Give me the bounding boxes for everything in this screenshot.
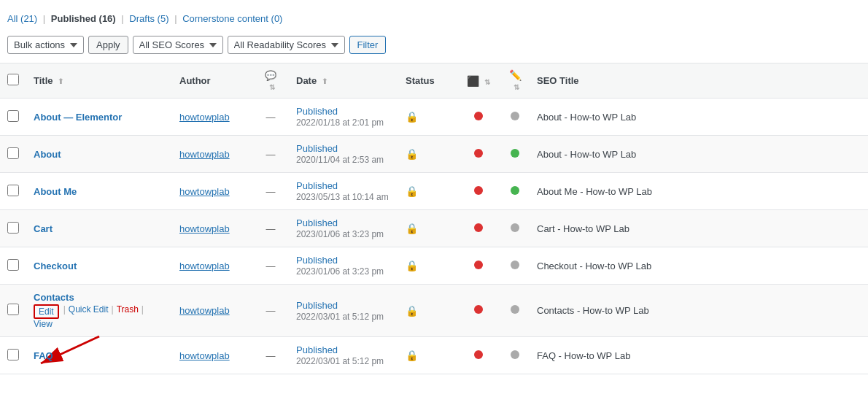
date-sort-icon: ⬆ <box>322 77 328 85</box>
cornerstone-filter-link[interactable]: Cornerstone content (0) <box>182 13 282 24</box>
status-cell: 🔒 <box>398 285 457 337</box>
comment-cell: — <box>252 173 289 210</box>
apply-button[interactable]: Apply <box>88 36 128 54</box>
date-cell: Published 2022/01/18 at 2:01 pm <box>289 99 398 136</box>
author-link[interactable]: howtowplab <box>179 261 230 271</box>
table-row: About howtowplab — Published 2020/11/04 … <box>0 136 868 173</box>
seo-title-cell: About - How-to WP Lab <box>530 136 868 173</box>
date-time: 2023/01/06 at 3:23 pm <box>296 266 384 277</box>
lock-icon: 🔒 <box>406 111 418 123</box>
readability-sort-icon: ⇅ <box>514 83 519 91</box>
seo-score-icon: ⬛ <box>467 75 479 87</box>
date-time: 2023/05/13 at 10:14 am <box>296 192 389 202</box>
date-header[interactable]: Date ⬆ <box>289 63 398 99</box>
title-cell: About <box>26 136 172 173</box>
row-checkbox[interactable] <box>7 259 19 271</box>
filter-button[interactable]: Filter <box>349 36 387 54</box>
seo-score-cell <box>457 285 500 337</box>
row-checkbox[interactable] <box>7 110 19 122</box>
date-time: 2023/01/06 at 3:23 pm <box>296 229 384 239</box>
date-label: Published <box>296 180 338 191</box>
sep1: | <box>43 13 45 24</box>
seo-score-cell <box>457 337 500 374</box>
page-title-link[interactable]: FAQ <box>34 350 53 361</box>
date-label: Published <box>296 344 338 355</box>
comment-value: — <box>260 186 282 197</box>
author-cell: howtowplab <box>172 285 252 337</box>
title-cell: Checkout <box>26 247 172 285</box>
drafts-filter-link[interactable]: Drafts (5) <box>129 13 168 24</box>
row-checkbox[interactable] <box>7 185 19 196</box>
comments-header[interactable]: 💬 ⇅ <box>252 63 289 99</box>
seo-title-cell: About - How-to WP Lab <box>530 99 868 136</box>
comment-cell: — <box>252 337 289 374</box>
row-checkbox[interactable] <box>7 222 19 234</box>
author-cell: howtowplab <box>172 99 252 136</box>
comment-cell: — <box>252 136 289 173</box>
readability-dot <box>511 305 519 314</box>
lock-icon: 🔒 <box>406 223 418 234</box>
seo-scores-select[interactable]: All SEO Scores <box>133 36 223 54</box>
comment-sort-icon: ⇅ <box>269 83 275 91</box>
view-link[interactable]: View <box>34 319 53 329</box>
page-title-link[interactable]: Cart <box>34 223 53 234</box>
page-title-link[interactable]: Contacts <box>34 292 74 303</box>
author-link[interactable]: howtowplab <box>179 223 230 234</box>
seo-score-dot <box>474 350 483 359</box>
readability-cell <box>500 210 530 247</box>
page-title-link[interactable]: About — Elementor <box>34 112 122 123</box>
readability-scores-select[interactable]: All Readability Scores <box>228 36 345 54</box>
date-cell: Published 2022/03/01 at 5:12 pm <box>289 285 398 337</box>
readability-header[interactable]: ✏️ ⇅ <box>500 63 530 99</box>
quick-edit-link[interactable]: Quick Edit <box>69 304 109 319</box>
date-cell: Published 2022/03/01 at 5:12 pm <box>289 337 398 374</box>
readability-dot <box>511 112 519 120</box>
edit-link[interactable]: Edit <box>34 304 59 319</box>
seo-title-cell: FAQ - How-to WP Lab <box>530 337 868 374</box>
bulk-actions-select[interactable]: Bulk actions <box>7 36 84 54</box>
seo-score-header[interactable]: ⬛ ⇅ <box>457 63 500 99</box>
status-bar: All (21) | Published (16) | Drafts (5) |… <box>0 7 868 30</box>
seo-score-dot <box>474 149 483 158</box>
title-cell: FAQ <box>26 337 172 374</box>
status-cell: 🔒 <box>398 99 457 136</box>
title-sort-icon: ⬆ <box>58 77 63 85</box>
row-checkbox-cell <box>0 136 26 173</box>
status-cell: 🔒 <box>398 136 457 173</box>
readability-cell <box>500 247 530 285</box>
page-title-link[interactable]: About <box>34 149 61 160</box>
row-checkbox[interactable] <box>7 349 19 360</box>
date-cell: Published 2023/01/06 at 3:23 pm <box>289 210 398 247</box>
author-link[interactable]: howtowplab <box>179 350 230 361</box>
status-cell: 🔒 <box>398 210 457 247</box>
comment-bubble-icon: 💬 <box>265 70 276 81</box>
author-link[interactable]: howtowplab <box>179 186 230 197</box>
trash-link[interactable]: Trash <box>117 304 139 319</box>
page-title-link[interactable]: About Me <box>34 186 77 197</box>
row-checkbox[interactable] <box>7 304 19 315</box>
author-cell: howtowplab <box>172 173 252 210</box>
page-title-link[interactable]: Checkout <box>34 261 77 271</box>
row-checkbox[interactable] <box>7 147 19 159</box>
comment-value: — <box>260 350 282 361</box>
select-all-checkbox[interactable] <box>7 74 19 85</box>
readability-cell <box>500 285 530 337</box>
author-cell: howtowplab <box>172 247 252 285</box>
seo-score-cell <box>457 247 500 285</box>
seo-score-cell <box>457 173 500 210</box>
author-link[interactable]: howtowplab <box>179 149 230 160</box>
date-label: Published <box>296 106 338 117</box>
date-cell: Published 2020/11/04 at 2:53 am <box>289 136 398 173</box>
table-body: About — Elementor howtowplab — Published… <box>0 99 868 374</box>
published-filter-link[interactable]: Published (16) <box>51 13 116 24</box>
lock-icon: 🔒 <box>406 260 418 271</box>
table-row: Cart howtowplab — Published 2023/01/06 a… <box>0 210 868 247</box>
table-row: FAQ howtowplab — Published 2022/03/01 at… <box>0 337 868 374</box>
row-actions: Edit | Quick Edit | Trash | View <box>34 304 165 329</box>
title-header[interactable]: Title ⬆ <box>26 63 172 99</box>
author-link[interactable]: howtowplab <box>179 305 230 316</box>
table-row: About — Elementor howtowplab — Published… <box>0 99 868 136</box>
readability-dot <box>511 186 519 195</box>
all-filter-link[interactable]: All (21) <box>7 13 37 24</box>
author-link[interactable]: howtowplab <box>179 112 230 123</box>
